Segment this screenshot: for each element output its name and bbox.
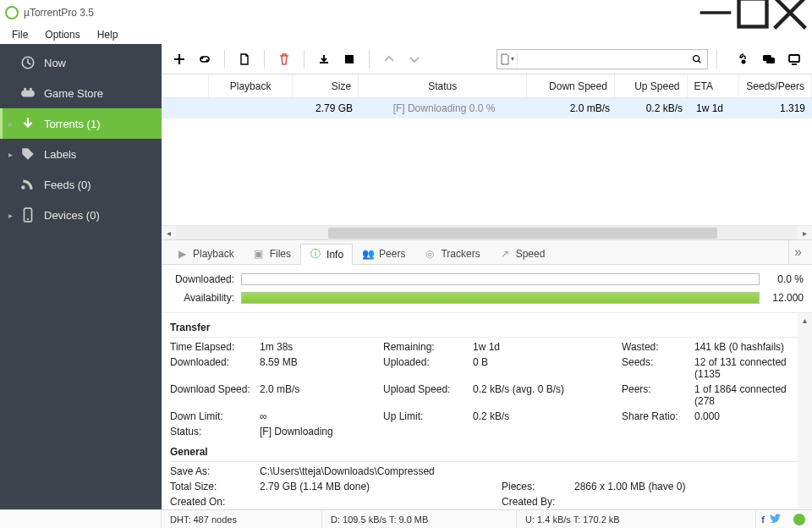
col-header-down[interactable]: Down Speed [527,74,615,97]
v: 141 kB (0 hashfails) [694,341,804,353]
downloaded-bar [241,273,760,285]
cell-down: 2.0 mB/s [529,98,617,118]
menu-file[interactable]: File [3,27,36,42]
expand-icon[interactable]: ▸ [8,119,17,129]
detail-tabs: ▶Playback ▣Files ⓘInfo 👥Peers ◎Trackers … [162,239,812,265]
col-header-up[interactable]: Up Speed [615,74,688,97]
tab-files[interactable]: ▣Files [244,243,300,264]
tab-label: Playback [193,248,234,260]
list-header: Playback Size Status Down Speed Up Speed… [162,74,812,98]
col-header-eta[interactable]: ETA [688,74,740,97]
search-box[interactable]: ▾ [497,49,708,69]
vertical-scrollbar[interactable]: ▴ [798,313,812,509]
menu-help[interactable]: Help [89,27,127,42]
scroll-right-button[interactable]: ▸ [798,226,812,240]
col-header-seeds[interactable]: Seeds/Peers [739,74,812,97]
unlock-button[interactable] [732,48,754,70]
sidebar-item-torrents[interactable]: ▸ Torrents (1) [0,108,162,139]
remove-button[interactable] [273,48,295,70]
detail-panel: Transfer Time Elapsed:1m 38s Remaining:1… [162,313,812,509]
col-header-playback[interactable]: Playback [209,74,294,97]
k: Status: [170,426,255,437]
search-submit-button[interactable] [687,53,707,65]
maximize-button[interactable] [734,0,771,25]
sidebar-item-feeds[interactable]: Feeds (0) [0,169,162,200]
k: Created On: [170,496,255,508]
move-up-button[interactable] [378,48,400,70]
gamepad-icon [20,85,36,101]
close-button[interactable] [771,0,809,25]
menu-options[interactable]: Options [36,27,88,42]
v: 8.59 MB [260,356,378,380]
sidebar: Now Game Store ▸ Torrents (1) ▸ Labels [0,44,162,509]
tab-trackers[interactable]: ◎Trackers [414,243,489,264]
sidebar-item-labels[interactable]: ▸ Labels [0,139,162,169]
k: Remaining: [383,341,468,353]
play-tab-icon: ▶ [176,248,188,260]
tab-label: Files [270,248,291,260]
tab-peers[interactable]: 👥Peers [353,243,414,264]
transfer-grid: Time Elapsed:1m 38s Remaining:1w 1d Wast… [170,341,804,443]
sidebar-item-label: Devices (0) [44,209,100,222]
folder-icon: ▣ [253,248,265,260]
twitter-icon[interactable] [770,513,782,526]
tab-info[interactable]: ⓘInfo [300,244,353,265]
scroll-up-button[interactable]: ▴ [798,313,812,327]
search-provider-dropdown[interactable]: ▾ [497,53,518,65]
svg-point-11 [694,55,700,61]
k: Created By: [502,496,569,508]
facebook-icon[interactable]: f [761,514,765,525]
scroll-track[interactable] [176,226,798,239]
expand-icon[interactable]: ▸ [8,150,17,159]
col-header-status[interactable]: Status [359,74,527,97]
scroll-left-button[interactable]: ◂ [162,226,176,240]
cell-eta: 1w 1d [689,98,742,118]
list-empty-area [162,118,812,225]
cell-status: [F] Downloading 0.0 % [359,98,529,118]
svg-rect-15 [789,55,799,62]
expand-icon[interactable]: ▸ [8,211,17,220]
add-url-button[interactable] [194,48,216,70]
svg-point-6 [24,88,26,91]
sidebar-item-gamestore[interactable]: Game Store [0,78,162,108]
status-dht: DHT: 487 nodes [162,510,322,528]
chat-button[interactable] [758,48,780,70]
move-down-button[interactable] [403,48,425,70]
tab-label: Info [326,249,343,261]
downloaded-pct: 0.0 % [766,273,804,285]
col-header-spacer[interactable] [162,74,209,97]
target-icon: ◎ [424,248,436,260]
progress-section: Downloaded: 0.0 % Availability: 12.000 [162,265,812,313]
sidebar-item-now[interactable]: Now [0,47,162,78]
create-torrent-button[interactable] [233,48,255,70]
horizontal-scrollbar[interactable]: ◂ ▸ [162,225,812,239]
network-ok-icon[interactable] [793,514,805,525]
cell-up: 0.2 kB/s [617,98,689,118]
svg-rect-10 [345,55,354,63]
remote-button[interactable] [783,48,805,70]
sidebar-item-devices[interactable]: ▸ Devices (0) [0,200,162,230]
tab-playback[interactable]: ▶Playback [167,243,244,264]
stop-button[interactable] [338,48,360,70]
col-header-size[interactable]: Size [293,74,359,97]
minimize-button[interactable] [697,0,734,25]
tab-speed[interactable]: ↗Speed [490,243,555,264]
add-torrent-button[interactable] [168,48,190,70]
download-arrow-icon [20,116,36,131]
k: Pieces: [502,481,569,492]
torrent-row[interactable]: 2.79 GB [F] Downloading 0.0 % 2.0 mB/s 0… [162,98,812,118]
start-button[interactable] [313,48,335,70]
k: Up Limit: [383,410,468,422]
sidebar-item-label: Game Store [44,87,103,100]
v [260,496,497,508]
rss-icon [20,177,36,192]
scroll-thumb[interactable] [328,228,717,239]
tab-label: Peers [379,248,405,260]
svg-point-12 [742,59,746,63]
tab-overflow-button[interactable]: » [788,240,807,264]
tag-icon [20,146,36,162]
cell-seeds: 1.319 [742,98,812,118]
tab-label: Trackers [441,248,480,260]
v: 0.2 kB/s (avg. 0 B/s) [473,383,617,407]
search-input[interactable] [518,53,687,65]
